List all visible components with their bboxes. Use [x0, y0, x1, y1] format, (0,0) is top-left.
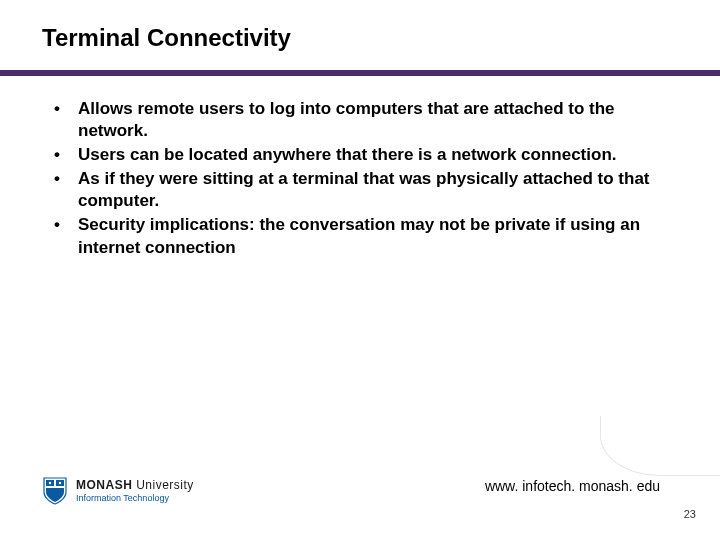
- logo-main-line: MONASH University: [76, 479, 194, 492]
- title-divider: [0, 70, 720, 76]
- list-item: • As if they were sitting at a terminal …: [54, 168, 660, 212]
- bullet-icon: •: [54, 98, 78, 120]
- bullet-icon: •: [54, 144, 78, 166]
- bullet-text: Security implications: the conversation …: [78, 214, 660, 258]
- footer-url: www. infotech. monash. edu: [485, 478, 660, 494]
- bullet-icon: •: [54, 168, 78, 190]
- page-number: 23: [684, 508, 696, 520]
- logo-sub-line: Information Technology: [76, 494, 194, 503]
- bullet-icon: •: [54, 214, 78, 236]
- list-item: • Security implications: the conversatio…: [54, 214, 660, 258]
- university-logo: MONASH University Information Technology: [42, 476, 194, 506]
- bullet-text: As if they were sitting at a terminal th…: [78, 168, 660, 212]
- list-item: • Allows remote users to log into comput…: [54, 98, 660, 142]
- slide: Terminal Connectivity • Allows remote us…: [0, 0, 720, 540]
- bullet-text: Users can be located anywhere that there…: [78, 144, 660, 166]
- logo-bold: MONASH: [76, 478, 132, 492]
- logo-text: MONASH University Information Technology: [76, 479, 194, 503]
- bullet-text: Allows remote users to log into computer…: [78, 98, 660, 142]
- list-item: • Users can be located anywhere that the…: [54, 144, 660, 166]
- decorative-curve: [600, 416, 720, 476]
- logo-rest: University: [132, 478, 194, 492]
- shield-icon: [42, 476, 68, 506]
- svg-point-3: [59, 482, 61, 484]
- bullet-list: • Allows remote users to log into comput…: [54, 98, 660, 261]
- svg-point-2: [49, 482, 51, 484]
- slide-title: Terminal Connectivity: [42, 24, 291, 52]
